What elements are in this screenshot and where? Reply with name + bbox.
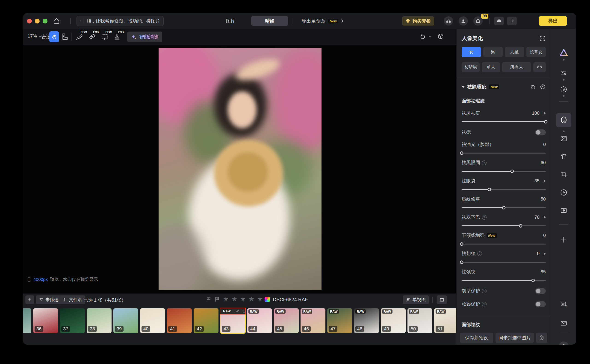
filmstrip-thumbnail[interactable]: RAW50 bbox=[407, 308, 432, 333]
slider-track[interactable] bbox=[462, 225, 546, 226]
photo-preview[interactable] bbox=[159, 48, 322, 290]
ruler-tool-button[interactable] bbox=[60, 32, 69, 41]
gender-button[interactable]: 所有人 bbox=[502, 62, 531, 72]
slider-knob[interactable] bbox=[460, 261, 464, 264]
filmstrip-thumbnail[interactable]: 36 bbox=[33, 308, 58, 333]
flag-reject-icon[interactable] bbox=[214, 296, 220, 302]
cloud-sync-button[interactable] bbox=[494, 17, 504, 25]
help-icon[interactable]: ? bbox=[477, 251, 482, 256]
slider-track[interactable] bbox=[462, 207, 546, 208]
slider-track[interactable] bbox=[462, 244, 546, 245]
export-share-icon[interactable] bbox=[242, 309, 246, 313]
help-icon[interactable]: ? bbox=[482, 215, 486, 220]
slider-knob[interactable] bbox=[502, 206, 505, 209]
slider-track[interactable] bbox=[462, 171, 546, 172]
filmstrip-thumbnail[interactable]: 38 bbox=[87, 308, 112, 333]
filmstrip-thumbnail[interactable] bbox=[23, 308, 31, 333]
slider-knob[interactable] bbox=[460, 151, 464, 155]
home-icon[interactable] bbox=[53, 17, 60, 25]
reset-section-icon[interactable] bbox=[530, 84, 536, 90]
sync-to-selected-button[interactable]: 同步到选中图片 bbox=[496, 333, 534, 343]
star-rating-4[interactable]: ★ bbox=[249, 295, 254, 303]
star-rating-2[interactable]: ★ bbox=[232, 295, 237, 303]
filmstrip-thumbnail[interactable]: RAW51 bbox=[434, 308, 456, 333]
slider-knob[interactable] bbox=[510, 170, 514, 173]
filmstrip-thumbnail[interactable]: 40 bbox=[140, 308, 165, 333]
applied-history-icon[interactable] bbox=[540, 84, 546, 90]
minimize-window-button[interactable] bbox=[35, 19, 40, 24]
sync-settings-button[interactable] bbox=[536, 333, 547, 343]
add-tool-icon[interactable] bbox=[560, 236, 568, 244]
expand-arrow-icon[interactable] bbox=[544, 179, 546, 182]
filmstrip-thumbnail[interactable]: 42 bbox=[194, 308, 219, 333]
slider-track[interactable] bbox=[462, 189, 546, 190]
preview-resolution-link[interactable]: 4000px bbox=[33, 277, 48, 282]
tab-export-to-creative[interactable]: 导出至创意 New bbox=[298, 16, 347, 26]
expand-arrow-icon[interactable] bbox=[544, 216, 546, 219]
slider-knob[interactable] bbox=[488, 188, 491, 191]
slider-knob[interactable] bbox=[460, 242, 464, 246]
filmstrip-thumbnail[interactable]: 37 bbox=[60, 308, 85, 333]
photo-adjust-icon[interactable] bbox=[560, 135, 568, 143]
gender-button[interactable]: 儿童 bbox=[505, 47, 524, 57]
ai-assistant-search[interactable]: Hi，让我帮你修图、找功能、搜图片 bbox=[77, 16, 164, 26]
sort-by-filename-button[interactable]: 文件名 bbox=[60, 295, 85, 304]
help-icon[interactable]: ? bbox=[482, 161, 486, 165]
help-button[interactable]: ? bbox=[559, 341, 569, 345]
filmstrip-thumbnail[interactable]: RAW47 bbox=[327, 308, 352, 333]
toggle-switch[interactable] bbox=[535, 129, 546, 135]
face-detect-icon[interactable] bbox=[539, 35, 546, 42]
collapse-caret-icon[interactable] bbox=[462, 86, 465, 88]
single-view-button[interactable]: 单视图 bbox=[403, 295, 429, 304]
face-beauty-icon-active[interactable] bbox=[560, 116, 568, 124]
flag-pick-icon[interactable] bbox=[206, 296, 212, 302]
history-clock-icon[interactable] bbox=[560, 188, 568, 196]
save-preset-button[interactable]: 保存新预设 bbox=[460, 333, 493, 343]
filmstrip-thumbnail[interactable]: RAW49 bbox=[381, 308, 406, 333]
mail-icon[interactable] bbox=[560, 319, 568, 327]
gender-button[interactable]: 男 bbox=[483, 47, 503, 57]
link-gender-button[interactable] bbox=[533, 62, 546, 72]
filter-button[interactable]: 未筛选 bbox=[36, 295, 62, 304]
slider-track[interactable] bbox=[462, 153, 546, 154]
feedback-icon[interactable]: ? bbox=[560, 300, 568, 308]
undo-icon[interactable] bbox=[419, 33, 426, 39]
account-button[interactable] bbox=[459, 16, 468, 26]
help-icon[interactable]: ? bbox=[482, 289, 486, 293]
watermark-icon[interactable] bbox=[560, 207, 568, 214]
add-photos-button[interactable] bbox=[25, 295, 34, 304]
star-rating-5[interactable]: ★ bbox=[257, 295, 263, 303]
adjustments-icon[interactable] bbox=[560, 69, 567, 77]
slider-track[interactable] bbox=[462, 280, 546, 281]
texture-grain-icon[interactable] bbox=[560, 85, 568, 93]
zoom-window-button[interactable] bbox=[43, 19, 47, 24]
share-export-button[interactable] bbox=[507, 17, 517, 25]
marquee-select-tool-button[interactable]: Free bbox=[100, 32, 109, 41]
buy-plan-button[interactable]: 购买套餐 bbox=[402, 16, 434, 26]
prism-logo-icon[interactable] bbox=[559, 48, 568, 57]
hand-tool-button-active[interactable] bbox=[49, 31, 59, 42]
crop-icon[interactable] bbox=[560, 171, 567, 178]
filmstrip-thumbnail[interactable]: RAW44 bbox=[247, 308, 272, 333]
compare-cube-icon[interactable] bbox=[437, 33, 444, 40]
smart-erase-button[interactable]: 智能消除 bbox=[127, 32, 162, 42]
filmstrip-thumbnail[interactable]: RAW48 bbox=[354, 308, 379, 333]
tab-edit-active[interactable]: 精修 bbox=[251, 16, 288, 26]
gender-button[interactable]: 长辈女 bbox=[526, 47, 546, 57]
slider-track[interactable] bbox=[462, 121, 546, 122]
split-view-button[interactable] bbox=[437, 295, 447, 304]
star-rating-1[interactable]: ★ bbox=[223, 295, 229, 303]
chevron-down-icon[interactable] bbox=[429, 34, 432, 38]
slider-knob[interactable] bbox=[519, 224, 522, 228]
filmstrip-thumbnail-selected[interactable]: RAW43 bbox=[220, 308, 245, 333]
clothing-icon[interactable] bbox=[560, 153, 568, 161]
expand-arrow-icon[interactable] bbox=[544, 252, 546, 255]
gender-button[interactable]: 女 bbox=[462, 47, 481, 57]
gender-button[interactable]: 单人 bbox=[482, 62, 500, 72]
toggle-switch[interactable] bbox=[535, 288, 546, 294]
slider-track[interactable] bbox=[462, 262, 546, 263]
slider-knob[interactable] bbox=[531, 279, 535, 282]
export-button[interactable]: 导出 bbox=[539, 16, 567, 26]
close-window-button[interactable] bbox=[27, 19, 32, 24]
heal-bandaid-tool-button[interactable]: Free bbox=[88, 32, 97, 41]
